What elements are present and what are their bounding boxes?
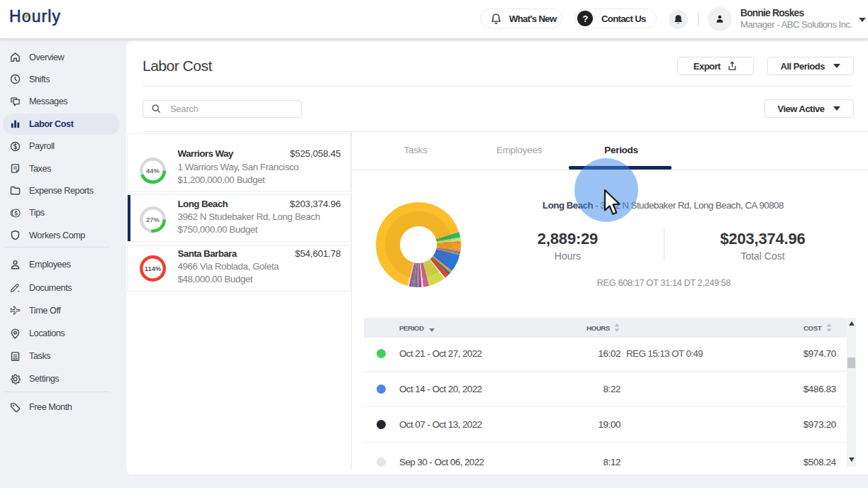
svg-text:114%: 114% xyxy=(144,265,161,272)
svg-text:27%: 27% xyxy=(146,216,160,224)
svg-text:44%: 44% xyxy=(146,167,160,174)
